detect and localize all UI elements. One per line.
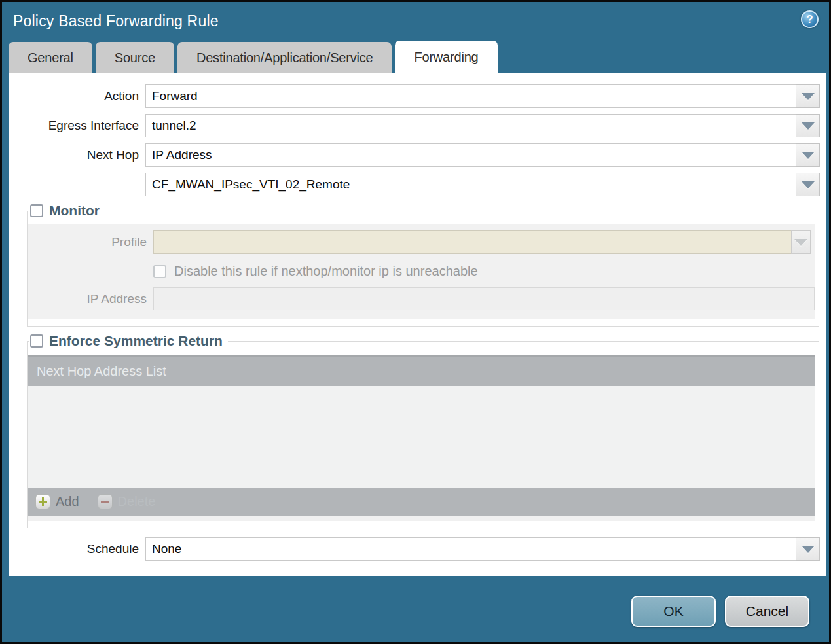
monitor-ip-input	[153, 287, 815, 310]
delete-button: Delete	[98, 494, 156, 509]
tab-destination-application-service[interactable]: Destination/Application/Service	[177, 42, 392, 73]
dialog-title: Policy Based Forwarding Rule	[13, 12, 219, 30]
chevron-down-icon	[802, 152, 815, 159]
chevron-down-icon	[802, 546, 815, 553]
next-hop-row: Next Hop IP Address	[9, 143, 826, 167]
table-header: Next Hop Address List	[28, 355, 815, 386]
egress-interface-select[interactable]: tunnel.2	[145, 114, 796, 137]
chevron-down-icon	[802, 93, 815, 100]
profile-select	[153, 230, 792, 254]
ok-button[interactable]: OK	[631, 596, 716, 627]
cancel-button[interactable]: Cancel	[725, 596, 809, 627]
monitor-legend: Monitor	[29, 203, 105, 219]
table-body[interactable]	[28, 386, 815, 488]
monitor-ip-row: IP Address	[28, 287, 815, 310]
profile-row: Profile	[28, 230, 815, 254]
forwarding-tab-panel: Action Forward Egress Interface tunnel.2…	[9, 73, 826, 576]
next-hop-address-dropdown-button[interactable]	[796, 173, 820, 196]
egress-interface-row: Egress Interface tunnel.2	[9, 114, 826, 137]
egress-interface-label: Egress Interface	[9, 118, 145, 133]
chevron-down-icon	[794, 239, 807, 246]
next-hop-address-list-table: Next Hop Address List Add Delete	[28, 355, 815, 521]
delete-button-label: Delete	[118, 494, 156, 509]
symmetric-return-section: Enforce Symmetric Return Next Hop Addres…	[27, 333, 819, 528]
next-hop-address-select[interactable]: CF_MWAN_IPsec_VTI_02_Remote	[145, 173, 796, 196]
table-header-label: Next Hop Address List	[37, 364, 166, 379]
tab-forwarding[interactable]: Forwarding	[395, 41, 497, 73]
symmetric-return-title: Enforce Symmetric Return	[49, 333, 223, 349]
add-button-label: Add	[56, 494, 79, 509]
chevron-down-icon	[802, 122, 815, 130]
add-button[interactable]: Add	[35, 494, 79, 509]
help-icon[interactable]: ?	[801, 10, 819, 28]
title-bar: Policy Based Forwarding Rule ?	[2, 2, 829, 41]
action-dropdown-button[interactable]	[796, 84, 820, 108]
symmetric-return-checkbox[interactable]	[30, 334, 43, 348]
monitor-group: Profile Disable this rule if nexthop/mon…	[28, 224, 815, 319]
tab-source[interactable]: Source	[96, 42, 174, 73]
tab-bar: General Source Destination/Application/S…	[2, 41, 829, 73]
minus-icon	[98, 494, 113, 509]
monitor-ip-label: IP Address	[28, 292, 153, 306]
monitor-title: Monitor	[49, 203, 100, 219]
action-label: Action	[9, 89, 145, 103]
tab-general[interactable]: General	[9, 42, 92, 73]
plus-icon	[35, 494, 50, 509]
disable-rule-label: Disable this rule if nexthop/monitor ip …	[174, 264, 478, 279]
dialog-window: Policy Based Forwarding Rule ? General S…	[0, 0, 831, 644]
profile-dropdown-button	[791, 230, 811, 254]
disable-rule-row: Disable this rule if nexthop/monitor ip …	[153, 264, 815, 279]
next-hop-type-select[interactable]: IP Address	[145, 143, 796, 167]
table-toolbar: Add Delete	[28, 488, 815, 516]
disable-rule-checkbox	[153, 265, 166, 278]
schedule-select[interactable]: None	[145, 537, 796, 561]
monitor-section: Monitor Profile Disable this rule if nex…	[27, 203, 819, 327]
profile-label: Profile	[28, 235, 153, 249]
schedule-dropdown-button[interactable]	[796, 537, 820, 561]
symmetric-return-legend: Enforce Symmetric Return	[29, 333, 228, 349]
schedule-label: Schedule	[9, 542, 145, 556]
action-select[interactable]: Forward	[145, 84, 796, 108]
next-hop-address-row: CF_MWAN_IPsec_VTI_02_Remote	[9, 173, 826, 196]
next-hop-label: Next Hop	[9, 148, 145, 162]
monitor-checkbox[interactable]	[30, 204, 43, 217]
schedule-row: Schedule None	[9, 537, 826, 561]
chevron-down-icon	[802, 181, 815, 188]
table-bottom-strip	[28, 516, 815, 521]
action-row: Action Forward	[9, 84, 826, 108]
next-hop-dropdown-button[interactable]	[796, 143, 820, 167]
egress-interface-dropdown-button[interactable]	[796, 114, 820, 137]
